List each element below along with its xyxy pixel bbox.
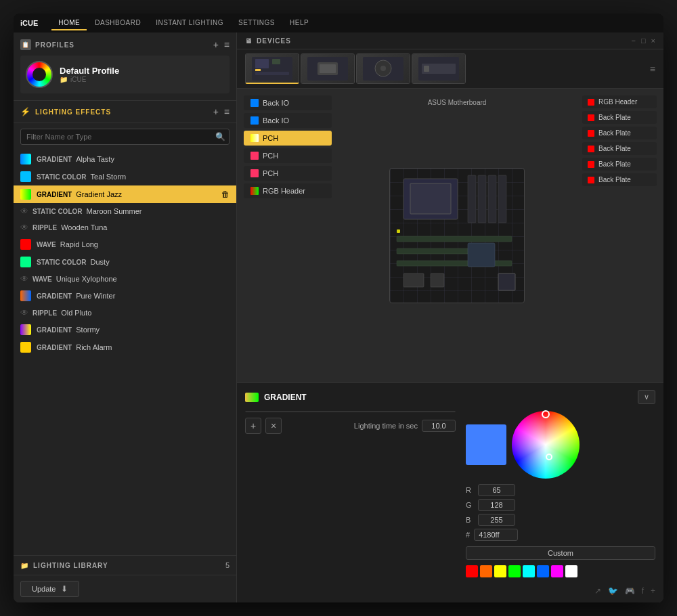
list-item[interactable]: 👁 RIPPLE Wooden Tuna — [14, 219, 236, 236]
effect-type: GRADIENT — [37, 191, 72, 198]
lighting-time-input[interactable] — [422, 420, 456, 432]
color-wheel-outer-cursor[interactable] — [542, 410, 550, 418]
hex-input[interactable] — [474, 529, 518, 541]
share-icon-1[interactable]: ↗ — [594, 586, 601, 596]
zone-back-io-2[interactable]: Back IO — [244, 113, 332, 128]
zone-back-io-1[interactable]: Back IO — [244, 95, 332, 110]
effect-name: Old Pluto — [61, 309, 91, 317]
search-input[interactable] — [20, 129, 230, 145]
zone-name: PCH — [263, 169, 278, 177]
lighting-header: ⚡ LIGHTING EFFECTS + ≡ — [14, 101, 236, 123]
swatch-cyan[interactable] — [523, 565, 535, 577]
close-btn[interactable]: × — [651, 37, 655, 45]
right-zone-color — [588, 114, 594, 121]
svg-rect-21 — [397, 248, 478, 254]
share-icon-4[interactable]: f — [642, 586, 644, 596]
zone-name: Back IO — [263, 99, 289, 107]
custom-btn[interactable]: Custom — [466, 546, 655, 560]
right-zone-name: Back Plate — [598, 129, 631, 137]
graph-remove-btn[interactable]: × — [265, 418, 282, 434]
devices-menu-btn[interactable]: ≡ — [650, 64, 655, 74]
zone-pch-2[interactable]: PCH — [244, 148, 332, 163]
zone-pch-3[interactable]: PCH — [244, 166, 332, 181]
lighting-add-btn[interactable]: + — [213, 106, 219, 117]
nav-dashboard[interactable]: DASHBOARD — [88, 16, 148, 30]
minimize-btn[interactable]: − — [631, 37, 635, 45]
main-layout: 📋 PROFILES + ≡ Default Profile — [14, 32, 663, 602]
lighting-menu-btn[interactable]: ≡ — [224, 106, 230, 117]
list-item[interactable]: GRADIENT Gradient Jazz 🗑 — [14, 185, 236, 203]
maximize-btn[interactable]: □ — [641, 37, 646, 45]
color-wheel-container[interactable] — [512, 411, 580, 479]
device-thumb-fan[interactable] — [356, 53, 410, 84]
profiles-menu-btn[interactable]: ≡ — [224, 39, 230, 50]
rgb-b-input[interactable] — [478, 514, 515, 526]
rgb-g-input[interactable] — [478, 499, 515, 511]
list-item[interactable]: GRADIENT Stormy — [14, 321, 236, 338]
swatch-green[interactable] — [508, 565, 521, 577]
profile-logo — [26, 61, 53, 88]
nav-instant-lighting[interactable]: INSTANT LIGHTING — [149, 16, 230, 30]
share-icon-2[interactable]: 🐦 — [608, 586, 618, 596]
gradient-dropdown[interactable]: ∨ — [638, 390, 655, 404]
list-item[interactable]: GRADIENT Pure Winter — [14, 287, 236, 305]
device-thumb-img-3 — [357, 54, 410, 83]
swatch-red[interactable] — [466, 565, 478, 577]
swatch-blue[interactable] — [537, 565, 549, 577]
gradient-type-icon — [245, 393, 259, 402]
right-zone-name: Back Plate — [598, 145, 631, 152]
list-item[interactable]: WAVE Rapid Long — [14, 236, 236, 253]
update-button[interactable]: Update ⬇ — [20, 581, 79, 597]
svg-rect-19 — [498, 175, 506, 223]
zone-name: PCH — [263, 152, 278, 160]
share-icon-5[interactable]: + — [651, 586, 655, 596]
list-item[interactable]: STATIC COLOR Dusty — [14, 253, 236, 271]
right-zone-back-plate-1[interactable]: Back Plate — [582, 111, 657, 124]
search-icon[interactable]: 🔍 — [215, 132, 225, 141]
profile-item[interactable]: Default Profile 📁 iCUE — [20, 56, 230, 93]
list-item[interactable]: 👁 RIPPLE Old Pluto — [14, 305, 236, 321]
right-zone-color — [588, 99, 594, 106]
zone-list-left: Back IO Back IO PCH PCH — [244, 95, 332, 376]
svg-rect-13 — [424, 66, 429, 72]
list-item[interactable]: STATIC COLOR Teal Storm — [14, 168, 236, 185]
gradient-type-label: GRADIENT — [264, 393, 307, 402]
nav-help[interactable]: HELP — [283, 16, 315, 30]
right-zone-rgb-header[interactable]: RGB Header — [582, 95, 657, 108]
effect-name: Pure Winter — [76, 292, 115, 300]
zone-name: PCH — [263, 134, 278, 142]
zone-rgb-header[interactable]: RGB Header — [244, 183, 332, 198]
profiles-add-btn[interactable]: + — [213, 39, 219, 50]
effect-name: Wooden Tuna — [61, 223, 107, 232]
list-item[interactable]: GRADIENT Alpha Tasty — [14, 150, 236, 168]
right-zone-back-plate-2[interactable]: Back Plate — [582, 127, 657, 139]
list-item[interactable]: GRADIENT Rich Alarm — [14, 338, 236, 356]
nav-settings[interactable]: SETTINGS — [232, 16, 282, 30]
gradient-editor-header: GRADIENT ∨ — [245, 390, 655, 404]
device-thumb-motherboard[interactable] — [245, 53, 299, 84]
profiles-icon: 📋 — [20, 39, 31, 50]
share-icon-3[interactable]: 🎮 — [625, 586, 635, 596]
rgb-r-input[interactable] — [478, 484, 515, 496]
lighting-time-label: Lighting time in sec — [354, 422, 418, 430]
right-zone-back-plate-3[interactable]: Back Plate — [582, 142, 657, 155]
list-item[interactable]: 👁 WAVE Unique Xylophone — [14, 271, 236, 287]
nav-home[interactable]: HOME — [51, 16, 87, 30]
device-thumb-other[interactable] — [412, 53, 466, 84]
color-wheel[interactable] — [512, 411, 580, 479]
graph-add-btn[interactable]: + — [245, 418, 261, 434]
svg-rect-26 — [397, 229, 400, 233]
swatch-white[interactable] — [565, 565, 577, 577]
effect-delete-btn[interactable]: 🗑 — [221, 190, 230, 199]
zone-pch-1[interactable]: PCH — [244, 131, 332, 146]
right-zone-back-plate-4[interactable]: Back Plate — [582, 158, 657, 171]
right-zone-back-plate-5[interactable]: Back Plate — [582, 173, 657, 186]
gradient-graph[interactable]: 100 % 50 % 0 % — [245, 411, 456, 412]
swatch-yellow[interactable] — [494, 565, 506, 577]
swatch-orange[interactable] — [480, 565, 492, 577]
color-wheel-cursor[interactable] — [546, 454, 552, 460]
swatch-magenta[interactable] — [551, 565, 563, 577]
effect-type: GRADIENT — [37, 344, 72, 351]
list-item[interactable]: 👁 STATIC COLOR Maroon Summer — [14, 203, 236, 219]
device-thumb-cpu[interactable] — [301, 53, 355, 84]
